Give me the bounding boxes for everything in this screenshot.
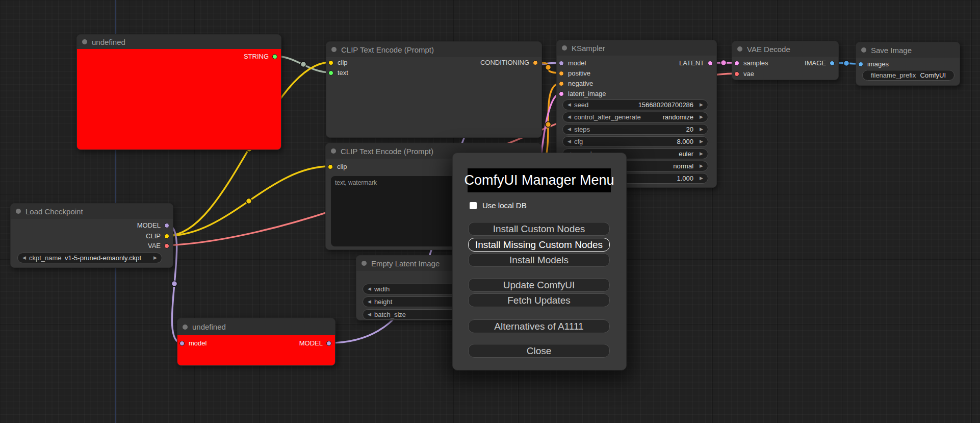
install-custom-nodes-button[interactable]: Install Custom Nodes <box>468 222 610 236</box>
collapse-dot-icon[interactable] <box>737 46 742 52</box>
input-slot-negative: negative <box>557 79 593 89</box>
image-port-icon[interactable] <box>830 61 835 66</box>
input-label: model <box>189 339 207 347</box>
output-label: VAE <box>148 242 161 250</box>
node-load-checkpoint[interactable]: Load Checkpoint MODEL CLIP VAE ◀ ckpt_na… <box>10 203 173 268</box>
node-titlebar[interactable]: CLIP Text Encode (Prompt) <box>326 42 541 57</box>
node-titlebar[interactable]: Save Image <box>856 42 960 58</box>
node-titlebar[interactable]: Load Checkpoint <box>11 204 173 219</box>
output-label: LATENT <box>679 59 704 67</box>
widget-control-after-generate[interactable]: ◀ control_after_generate randomize ▶ <box>562 112 708 122</box>
increment-icon[interactable]: ▶ <box>700 149 703 159</box>
node-title: CLIP Text Encode (Prompt) <box>341 45 434 54</box>
conditioning-port-icon[interactable] <box>559 81 564 86</box>
clip-port-icon[interactable] <box>328 164 333 169</box>
decrement-icon[interactable]: ◀ <box>368 284 371 294</box>
increment-icon[interactable]: ▶ <box>700 112 703 122</box>
widget-ckpt-name[interactable]: ◀ ckpt_name v1-5-pruned-emaonly.ckpt ▶ <box>17 253 162 263</box>
latent-port-icon[interactable] <box>708 61 713 66</box>
node-titlebar[interactable]: undefined <box>77 35 281 49</box>
install-missing-custom-nodes-button[interactable]: Install Missing Custom Nodes <box>468 238 610 252</box>
decrement-icon[interactable]: ◀ <box>568 137 571 146</box>
clip-port-icon[interactable] <box>164 234 169 239</box>
increment-icon[interactable]: ▶ <box>700 100 703 110</box>
model-port-icon[interactable] <box>179 341 185 346</box>
output-slot-vae: VAE <box>105 241 173 251</box>
collapse-dot-icon[interactable] <box>82 39 87 44</box>
input-label: clip <box>338 59 348 66</box>
collapse-dot-icon[interactable] <box>331 47 337 52</box>
collapse-dot-icon[interactable] <box>16 209 21 214</box>
use-local-db-checkbox[interactable] <box>470 202 477 209</box>
widget-value: 8.000 <box>677 138 694 145</box>
decrement-icon[interactable]: ◀ <box>568 100 571 110</box>
increment-icon[interactable]: ▶ <box>700 161 703 171</box>
node-title: VAE Decode <box>747 45 790 54</box>
use-local-db-row: Use local DB <box>470 201 527 210</box>
output-slot-model: MODEL <box>267 338 335 349</box>
vae-port-icon[interactable] <box>164 243 169 248</box>
decrement-icon[interactable]: ◀ <box>368 297 371 307</box>
widget-value: randomize <box>662 113 693 121</box>
node-clip-text-encode-positive[interactable]: CLIP Text Encode (Prompt) clip text COND… <box>326 41 542 138</box>
increment-icon[interactable]: ▶ <box>700 125 703 134</box>
vae-port-icon[interactable] <box>734 71 739 77</box>
clip-port-icon[interactable] <box>328 60 333 65</box>
decrement-icon[interactable]: ◀ <box>568 112 571 122</box>
node-titlebar[interactable]: VAE Decode <box>732 41 838 57</box>
output-label: IMAGE <box>805 59 826 67</box>
conditioning-port-icon[interactable] <box>533 60 538 65</box>
collapse-dot-icon[interactable] <box>562 45 567 51</box>
decrement-icon[interactable]: ◀ <box>368 310 371 319</box>
collapse-dot-icon[interactable] <box>183 325 188 330</box>
next-checkpoint-icon[interactable]: ▶ <box>153 253 157 263</box>
latent-port-icon[interactable] <box>559 91 564 96</box>
widget-label: cfg <box>574 138 583 145</box>
widget-label: width <box>374 285 390 293</box>
close-button[interactable]: Close <box>468 344 610 358</box>
node-title: KSampler <box>572 44 605 53</box>
widget-steps[interactable]: ◀ steps 20 ▶ <box>562 124 708 135</box>
widget-cfg[interactable]: ◀ cfg 8.000 ▶ <box>562 136 708 147</box>
fetch-updates-button[interactable]: Fetch Updates <box>468 293 610 307</box>
node-titlebar[interactable]: KSampler <box>557 40 716 56</box>
collapse-dot-icon[interactable] <box>362 261 367 266</box>
input-label: samples <box>743 59 768 67</box>
input-slot-clip: clip <box>326 58 348 68</box>
widget-filename-prefix[interactable]: filename_prefix ComfyUI <box>862 70 955 81</box>
node-undefined-string[interactable]: undefined STRING <box>76 34 281 150</box>
node-vae-decode[interactable]: VAE Decode samples vae IMAGE <box>732 41 839 80</box>
input-slot-text: text <box>326 68 348 78</box>
decrement-icon[interactable]: ◀ <box>568 125 571 134</box>
model-port-icon[interactable] <box>164 223 169 228</box>
widget-label: ckpt_name <box>29 254 62 262</box>
increment-icon[interactable]: ▶ <box>700 137 703 146</box>
output-slot-latent: LATENT <box>653 58 716 68</box>
output-label: STRING <box>244 53 269 60</box>
output-slot-model: MODEL <box>105 220 173 231</box>
output-label: MODEL <box>299 339 323 347</box>
node-titlebar[interactable]: undefined <box>177 318 335 335</box>
model-port-icon[interactable] <box>559 61 564 66</box>
previous-checkpoint-icon[interactable]: ◀ <box>22 253 26 263</box>
output-label: CLIP <box>146 232 161 240</box>
node-save-image[interactable]: Save Image images filename_prefix ComfyU… <box>856 42 960 86</box>
alternatives-of-a1111-button[interactable]: Alternatives of A1111 <box>468 319 610 333</box>
string-port-icon[interactable] <box>328 70 333 76</box>
comfyui-canvas[interactable]: { "icons": { "arrow_left": "◀", "arrow_r… <box>0 0 980 423</box>
node-title: undefined <box>92 38 125 46</box>
string-port-icon[interactable] <box>272 54 277 59</box>
model-port-icon[interactable] <box>326 341 331 346</box>
install-models-button[interactable]: Install Models <box>468 253 610 267</box>
conditioning-port-icon[interactable] <box>559 71 564 76</box>
latent-port-icon[interactable] <box>734 61 739 66</box>
collapse-dot-icon[interactable] <box>861 47 866 53</box>
widget-label: filename_prefix <box>871 71 916 79</box>
increment-icon[interactable]: ▶ <box>700 173 703 183</box>
widget-seed[interactable]: ◀ seed 156680208700286 ▶ <box>562 99 708 110</box>
update-comfyui-button[interactable]: Update ComfyUI <box>468 278 610 292</box>
input-label: model <box>568 59 586 67</box>
image-port-icon[interactable] <box>858 62 863 67</box>
collapse-dot-icon[interactable] <box>331 148 336 154</box>
node-undefined-model[interactable]: undefined model MODEL <box>177 318 336 366</box>
